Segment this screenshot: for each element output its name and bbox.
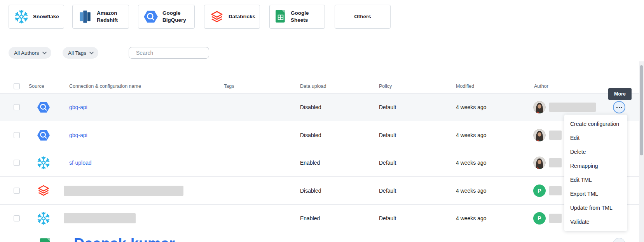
author-avatar: P bbox=[533, 185, 546, 197]
column-header: Source bbox=[29, 84, 44, 89]
all-authors-filter[interactable]: All Authors bbox=[9, 47, 51, 59]
connector-button-bigquery[interactable]: Google BigQuery bbox=[138, 5, 195, 29]
filter-separator bbox=[113, 46, 113, 60]
connector-label: Google Sheets bbox=[291, 10, 321, 23]
table-row[interactable]: sf-uploadEnabledDefault4 weeks ago bbox=[0, 149, 639, 177]
header-divider bbox=[0, 39, 644, 39]
redacted-connection-name bbox=[64, 186, 183, 196]
column-header: Connection & configuration name bbox=[69, 84, 141, 89]
all-tags-filter[interactable]: All Tags bbox=[63, 47, 98, 59]
menu-item-remapping[interactable]: Remapping bbox=[564, 159, 627, 173]
menu-item-validate[interactable]: Validate bbox=[564, 215, 627, 229]
row-checkbox[interactable] bbox=[14, 160, 20, 166]
author-avatar bbox=[533, 157, 546, 169]
connector-label: Others bbox=[354, 13, 371, 20]
data-upload-value: Enabled bbox=[300, 215, 320, 221]
data-upload-value: Disabled bbox=[300, 188, 321, 194]
menu-item-update-from-tml[interactable]: Update from TML bbox=[564, 201, 627, 215]
databricks-icon bbox=[37, 185, 51, 197]
row-checkbox[interactable] bbox=[14, 132, 20, 138]
redacted-author-name bbox=[549, 103, 596, 112]
snowflake-icon bbox=[37, 156, 51, 170]
chevron-down-icon bbox=[89, 52, 94, 54]
search-input[interactable] bbox=[136, 50, 206, 56]
connector-button-sheets[interactable]: Google Sheets bbox=[269, 5, 325, 29]
connector-label: Databricks bbox=[229, 13, 255, 20]
modified-value: 4 weeks ago bbox=[456, 160, 487, 166]
bigquery-icon bbox=[37, 129, 50, 141]
policy-value: Default bbox=[379, 132, 396, 138]
more-actions-button[interactable] bbox=[613, 101, 625, 113]
connection-name-link[interactable]: sf-upload bbox=[69, 160, 92, 166]
author-avatar bbox=[533, 101, 546, 113]
connector-button-snowflake[interactable]: Snowflake bbox=[9, 5, 64, 29]
more-actions-button[interactable] bbox=[613, 238, 625, 242]
scrollbar-thumb[interactable] bbox=[640, 65, 643, 155]
menu-item-create-configuration[interactable]: Create configuration bbox=[564, 117, 627, 131]
more-tooltip: More bbox=[608, 88, 632, 100]
policy-value: Default bbox=[379, 215, 396, 221]
bigquery-icon bbox=[143, 10, 158, 23]
column-header: Modified bbox=[456, 84, 474, 89]
data-upload-value: Disabled bbox=[300, 132, 321, 138]
row-checkbox[interactable] bbox=[14, 104, 20, 110]
connection-name-link[interactable]: Deepak kumar bbox=[74, 235, 175, 242]
connector-label: Google BigQuery bbox=[162, 10, 190, 23]
row-checkbox[interactable] bbox=[14, 215, 20, 221]
policy-value: Default bbox=[379, 188, 396, 194]
menu-item-edit-tml[interactable]: Edit TML bbox=[564, 173, 627, 187]
modified-value: 4 weeks ago bbox=[456, 188, 487, 194]
connector-label: Amazon Redshift bbox=[97, 10, 125, 23]
bigquery-icon bbox=[37, 101, 50, 113]
column-header: Author bbox=[534, 84, 548, 89]
column-header: Tags bbox=[224, 84, 234, 89]
menu-item-delete[interactable]: Delete bbox=[564, 145, 627, 159]
column-header: Data upload bbox=[300, 84, 326, 89]
column-header: Policy bbox=[379, 84, 392, 89]
connector-button-redshift[interactable]: Amazon Redshift bbox=[72, 5, 129, 29]
sheets-icon bbox=[275, 9, 286, 24]
table-row[interactable]: EnabledDefault4 weeks agoP bbox=[0, 205, 639, 232]
google-sheets-icon bbox=[39, 238, 52, 242]
menu-item-export-tml[interactable]: Export TML bbox=[564, 187, 627, 201]
menu-item-edit[interactable]: Edit bbox=[564, 131, 627, 145]
author-avatar: P bbox=[533, 212, 546, 225]
connector-label: Snowflake bbox=[33, 13, 59, 20]
redshift-icon bbox=[78, 9, 92, 24]
databricks-icon bbox=[209, 10, 224, 23]
data-upload-value: Disabled bbox=[300, 104, 321, 110]
policy-value: Default bbox=[379, 160, 396, 166]
snowflake-icon bbox=[37, 211, 51, 225]
all-tags-label: All Tags bbox=[68, 50, 86, 56]
author-avatar bbox=[533, 129, 546, 141]
all-authors-label: All Authors bbox=[14, 50, 39, 56]
modified-value: 4 weeks ago bbox=[456, 104, 487, 110]
row-checkbox[interactable] bbox=[14, 188, 20, 194]
redacted-author-name bbox=[549, 214, 562, 223]
data-upload-value: Enabled bbox=[300, 160, 320, 166]
table-row[interactable]: DisabledDefault4 weeks agoP bbox=[0, 177, 639, 205]
table-row[interactable]: gbq-apiDisabledDefault4 weeks ago bbox=[0, 121, 639, 149]
redacted-connection-name bbox=[64, 213, 136, 223]
redacted-author-name bbox=[549, 186, 562, 195]
table-row-partial[interactable]: Deepak kumar bbox=[0, 232, 639, 242]
connector-button-databricks[interactable]: Databricks bbox=[204, 5, 260, 29]
connection-name-link[interactable]: gbq-api bbox=[69, 132, 87, 138]
row-actions-menu: Create configurationEditDeleteRemappingE… bbox=[564, 115, 627, 231]
connector-button-others[interactable]: Others bbox=[335, 5, 391, 29]
modified-value: 4 weeks ago bbox=[456, 132, 487, 138]
select-all-checkbox[interactable] bbox=[14, 83, 20, 89]
connection-name-link[interactable]: gbq-api bbox=[69, 104, 87, 110]
policy-value: Default bbox=[379, 104, 396, 110]
redacted-author-name bbox=[549, 131, 562, 140]
chevron-down-icon bbox=[42, 52, 47, 54]
search-box[interactable] bbox=[129, 47, 209, 59]
vertical-scrollbar[interactable] bbox=[639, 61, 644, 242]
redacted-author-name bbox=[549, 158, 562, 167]
snowflake-icon bbox=[14, 9, 29, 24]
modified-value: 4 weeks ago bbox=[456, 215, 487, 221]
table-row[interactable]: gbq-apiDisabledDefault4 weeks ago bbox=[0, 94, 639, 121]
